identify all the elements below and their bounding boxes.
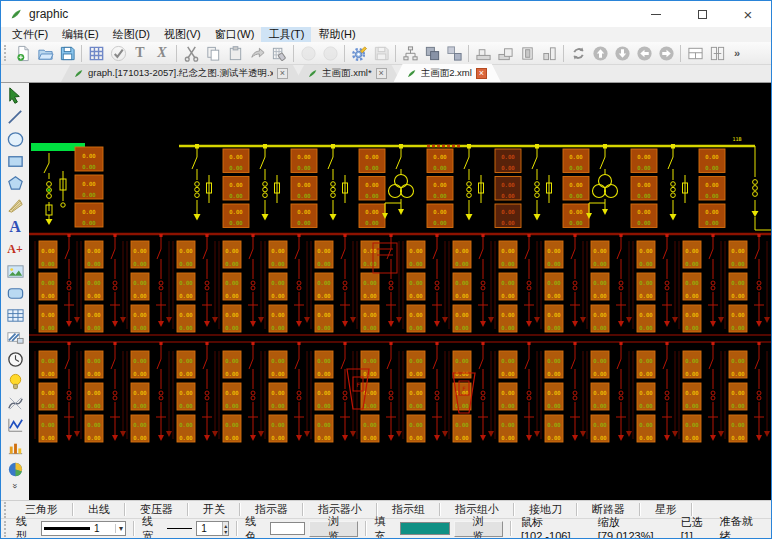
svg-text:F: F <box>462 385 466 392</box>
clock-tool[interactable] <box>3 348 28 370</box>
hatch-tool[interactable] <box>3 326 28 348</box>
save-file-button[interactable] <box>56 43 78 64</box>
component-button-outlet[interactable]: 出线 <box>75 502 123 518</box>
tab-label: 主画面2.xml <box>421 67 472 80</box>
svg-text:0.00: 0.00 <box>501 435 514 441</box>
menu-item[interactable]: 文件(F) <box>5 27 55 42</box>
rectangle-icon <box>6 152 25 171</box>
svg-text:0.00: 0.00 <box>639 248 652 254</box>
fill-color-swatch[interactable] <box>400 522 450 535</box>
text-button[interactable]: T <box>129 43 151 64</box>
refresh-button[interactable] <box>567 43 589 64</box>
component-button-switch[interactable]: 开关 <box>190 502 238 518</box>
menu-item[interactable]: 视图(V) <box>157 27 208 42</box>
tab-3[interactable]: 主画面2.xml× <box>394 64 501 82</box>
copy-button[interactable] <box>202 43 224 64</box>
menu-item[interactable]: 帮助(H) <box>311 27 362 42</box>
rectangle-tool[interactable] <box>3 150 28 172</box>
rounded-rectangle-tool[interactable] <box>3 282 28 304</box>
grip-handle[interactable] <box>4 45 9 61</box>
align-front-button[interactable] <box>516 43 538 64</box>
grip-handle[interactable] <box>4 502 9 518</box>
line-type-select[interactable]: 1 ▾ <box>41 521 126 536</box>
svg-text:0.00: 0.00 <box>297 220 310 226</box>
grip-handle[interactable] <box>4 521 9 537</box>
line-width-input[interactable]: 1 ▴ ▾ <box>196 521 229 536</box>
palette-more-button[interactable]: » <box>10 483 20 488</box>
toolbar-overflow-button[interactable]: » <box>730 47 744 59</box>
open-file-button[interactable] <box>34 43 56 64</box>
bar-chart-tool[interactable] <box>3 436 28 458</box>
dropdown-arrow-icon[interactable]: ▾ <box>115 524 123 533</box>
spin-down-icon[interactable]: ▾ <box>224 529 227 535</box>
cut-button[interactable] <box>180 43 202 64</box>
window-tile-button[interactable] <box>684 43 706 64</box>
close-button[interactable]: × <box>725 1 771 27</box>
pie-chart-tool[interactable] <box>3 458 28 480</box>
svg-text:0.00: 0.00 <box>179 390 192 396</box>
new-file-button[interactable] <box>12 43 34 64</box>
window-title: graphic <box>29 7 68 21</box>
svg-text:0.00: 0.00 <box>569 154 582 160</box>
svg-text:0.00: 0.00 <box>87 293 100 299</box>
tab-2[interactable]: 主画面.xml*× <box>295 65 401 82</box>
svg-text:0.00: 0.00 <box>685 390 698 396</box>
bulb-tool[interactable] <box>3 370 28 392</box>
text-tool[interactable]: A <box>3 216 28 238</box>
check-icon <box>110 45 127 62</box>
svg-text:0.00: 0.00 <box>365 193 378 199</box>
svg-text:0.00: 0.00 <box>639 403 652 409</box>
spinner-buttons[interactable]: ▴ ▾ <box>222 522 228 535</box>
ellipse-icon <box>6 130 25 149</box>
nav-right-button[interactable] <box>655 43 677 64</box>
fill-browse-button[interactable]: 浏览 <box>454 521 503 537</box>
ungroup-button[interactable] <box>443 43 465 64</box>
svg-text:0.00: 0.00 <box>271 312 284 318</box>
text-italic-button[interactable]: X <box>151 43 173 64</box>
maximize-icon <box>698 10 707 19</box>
tab-close-icon[interactable]: × <box>476 68 487 79</box>
group-button[interactable] <box>421 43 443 64</box>
align-back-button[interactable] <box>494 43 516 64</box>
check-button[interactable] <box>107 43 129 64</box>
settings-button[interactable] <box>348 43 370 64</box>
align-column-button[interactable] <box>538 43 560 64</box>
menu-item[interactable]: 窗口(W) <box>208 27 262 42</box>
curve-tool[interactable] <box>3 392 28 414</box>
minimize-button[interactable] <box>633 1 679 27</box>
tab-1[interactable]: graph.[171013-2057].纪念之图.测试半透明.xml× <box>61 65 302 82</box>
line-color-swatch[interactable] <box>270 522 305 535</box>
tab-close-icon[interactable]: × <box>376 68 387 79</box>
menu-item[interactable]: 编辑(E) <box>55 27 106 42</box>
tree-button[interactable] <box>399 43 421 64</box>
ellipse-tool[interactable] <box>3 128 28 150</box>
maximize-button[interactable] <box>679 1 725 27</box>
line-chart-tool[interactable] <box>3 414 28 436</box>
text-add-tool[interactable]: A+ <box>3 238 28 260</box>
drawing-canvas[interactable]: 0.000.000.000.000.000.0011B0.000.000.000… <box>29 83 771 500</box>
arc-tool[interactable] <box>3 194 28 216</box>
send-button[interactable] <box>246 43 268 64</box>
tab-close-icon[interactable]: × <box>277 68 288 79</box>
align-bottom-button[interactable] <box>472 43 494 64</box>
table-tool[interactable] <box>3 304 28 326</box>
svg-text:0.00: 0.00 <box>731 371 744 377</box>
line-tool[interactable] <box>3 106 28 128</box>
paste-button[interactable] <box>224 43 246 64</box>
menu-item[interactable]: 工具(T) <box>261 27 311 42</box>
group-icon <box>424 45 441 62</box>
nav-up-button[interactable] <box>589 43 611 64</box>
menu-item[interactable]: 绘图(D) <box>106 27 157 42</box>
delete-cells-button[interactable] <box>268 43 290 64</box>
nav-down-button[interactable] <box>611 43 633 64</box>
grid-button[interactable] <box>85 43 107 64</box>
svg-text:0.00: 0.00 <box>639 358 652 364</box>
open-file-icon <box>37 45 54 62</box>
image-tool[interactable] <box>3 260 28 282</box>
cursor-tool[interactable] <box>3 84 28 106</box>
window-split-button[interactable] <box>706 43 728 64</box>
polygon-tool[interactable] <box>3 172 28 194</box>
line-color-browse-button[interactable]: 浏览 <box>309 521 358 537</box>
svg-text:0.00: 0.00 <box>41 390 54 396</box>
nav-left-button[interactable] <box>633 43 655 64</box>
